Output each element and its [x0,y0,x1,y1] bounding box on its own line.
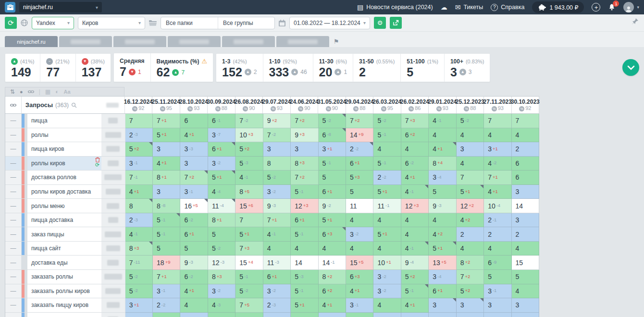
row-drag-handle[interactable]: — [5,313,22,317]
query-row[interactable]: — пицца77+166-17-29+27+25-27+25-27+34-15… [5,114,539,128]
position-cell[interactable]: 6+3 [346,270,373,284]
query-name[interactable]: пицца доставка [27,213,101,228]
position-cell[interactable]: 4 [512,128,539,143]
position-cell[interactable]: 3 [429,313,456,317]
query-row[interactable]: — заказать роллы киров5-23-14+13-25-23-2… [5,284,539,299]
query-name[interactable]: роллы киров доставка [27,185,101,199]
position-cell[interactable]: 7-11 [125,256,153,270]
position-cell[interactable]: 4 [457,242,484,256]
date-column-header[interactable]: 27.11.2023 %93 [484,97,512,113]
position-cell[interactable]: 3-1 [484,284,511,299]
position-cell[interactable]: 5+3 [153,313,180,317]
query-name[interactable]: заказ пиццы [27,227,101,242]
query-row[interactable]: — пицца сайт8+3555-27+3444444-15+1444 [5,242,539,256]
position-cell[interactable]: 4 [373,298,401,313]
position-cell[interactable]: 5-1 [235,270,263,284]
summary-card[interactable]: 1-3(42%)152▲2 [216,54,263,82]
position-cell[interactable]: 7+5 [235,298,263,313]
position-cell[interactable]: 5-1 [153,213,180,228]
query-row[interactable]: — роллы2-35+14+13-710+37-29+36-814+95-16… [5,128,539,143]
position-cell[interactable]: 3 [401,313,429,317]
query-row[interactable]: — доставка еды7-1118+99-312-315+411-3141… [5,256,539,270]
query-name[interactable]: роллы [27,128,101,143]
query-row[interactable]: — заказ пиццы4-15-16+155+14-15-16+33-25+… [5,227,539,242]
position-cell[interactable]: 3+1 [125,298,153,313]
position-cell[interactable]: 7+3 [401,114,429,128]
position-cell[interactable]: 3 [484,298,511,313]
position-cell[interactable]: 7 [512,114,539,128]
position-cell[interactable]: 5-1 [153,227,180,242]
tab-project-active[interactable]: ninjachef.ru [5,36,58,47]
position-cell[interactable]: 4 [346,242,373,256]
position-cell[interactable]: 5-1 [373,157,401,171]
query-name[interactable]: пицца [27,114,101,128]
position-cell[interactable]: 2-2 [180,313,208,317]
add-funds-button[interactable]: + [592,3,600,12]
position-cell[interactable]: 3 [429,298,456,313]
position-cell[interactable]: 3 [512,298,539,313]
position-cell[interactable]: 3 [153,142,180,157]
position-cell[interactable]: 4-1 [235,171,263,185]
position-cell[interactable]: 2-3 [263,313,291,317]
export-button[interactable] [390,17,402,29]
position-cell[interactable]: 5-2 [125,284,153,299]
position-cell[interactable]: 4 [291,242,318,256]
position-cell[interactable]: 3-2 [373,270,401,284]
query-name[interactable]: роллы меню [27,199,101,213]
trash-icon[interactable] [95,157,100,162]
row-drag-handle[interactable]: — [5,227,22,242]
settings-button[interactable]: ⚙ [374,17,386,29]
position-cell[interactable]: 4-1 [208,313,235,317]
position-cell[interactable]: 10+1 [373,256,401,270]
position-cell[interactable]: 4+1 [153,157,180,171]
summary-card[interactable]: 31-50(0.55%)2 [353,54,401,82]
position-cell[interactable]: 9-3 [429,199,456,213]
row-drag-handle[interactable]: — [5,242,22,256]
position-cell[interactable]: 14+9 [346,128,373,143]
position-cell[interactable]: 6-2 [180,213,208,228]
region-select[interactable]: Киров▾ [78,17,145,29]
position-cell[interactable]: 5-2 [235,284,263,299]
row-drag-handle[interactable]: — [5,298,22,313]
position-cell[interactable]: 4-1 [401,242,429,256]
row-drag-handle[interactable]: — [5,270,22,284]
query-row[interactable]: — заказать пиццу киров3+12-244-37+52-35+… [5,298,539,313]
date-column-header[interactable]: 29.01.2024 %93 [429,97,457,113]
position-cell[interactable]: 4-2 [484,157,511,171]
position-cell[interactable]: 8+1 [153,171,180,185]
position-cell[interactable]: 3 [512,313,539,317]
position-cell[interactable]: 5-2 [208,242,235,256]
sort-icon[interactable]: ⇅ [10,89,15,95]
position-cell[interactable]: 8 [263,157,291,171]
query-name[interactable] [27,313,101,317]
position-cell[interactable]: 4 [484,128,511,143]
query-name[interactable]: заказать роллы киров [27,284,101,299]
position-cell[interactable]: 8+3 [208,270,235,284]
position-cell[interactable]: 8+4 [429,157,456,171]
refresh-button[interactable]: ⟳ [5,17,17,29]
position-cell[interactable]: 5+2 [235,142,263,157]
date-column-header[interactable]: 16.12.2024 %92 [125,97,153,113]
summary-card[interactable]: 1-10(92%)333▲46 [263,54,313,82]
position-cell[interactable]: 4 [429,213,456,228]
position-cell[interactable]: 3-1 [153,284,180,299]
date-column-header[interactable]: 25.12.2023 %88 [457,97,484,113]
position-cell[interactable]: 7+3 [235,242,263,256]
position-cell[interactable]: 6+1 [291,213,318,228]
position-cell[interactable]: 7+2 [291,171,318,185]
row-drag-handle[interactable]: — [5,213,22,228]
position-cell[interactable]: 3-1 [346,298,373,313]
position-cell[interactable]: 2-1 [484,213,511,228]
position-cell[interactable]: 5+1 [235,227,263,242]
position-cell[interactable]: 7+1 [153,114,180,128]
position-cell[interactable]: 4 [180,298,208,313]
summary-card[interactable]: 11-30(6%)20▲1 [313,54,354,82]
position-cell[interactable]: 4 [401,213,429,228]
position-cell[interactable]: 5 [346,185,373,199]
position-cell[interactable]: 12+3 [291,199,318,213]
position-cell[interactable]: 4-3 [208,298,235,313]
position-cell[interactable]: 7-1 [125,171,153,185]
notifications-button[interactable]: 1 [608,3,616,11]
position-cell[interactable]: 5+2 [125,142,153,157]
position-cell[interactable]: 3-2 [346,227,373,242]
